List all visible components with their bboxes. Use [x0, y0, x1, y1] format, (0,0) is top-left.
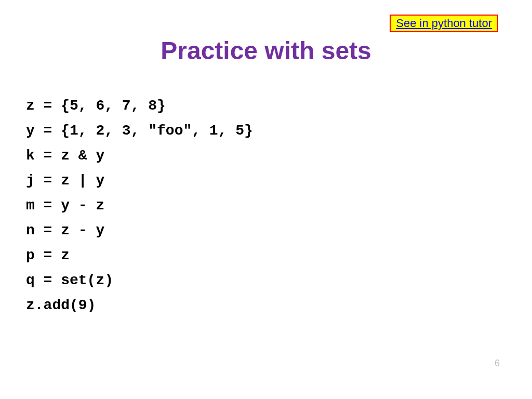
python-tutor-link[interactable]: See in python tutor	[396, 17, 492, 30]
page-title: Practice with sets	[0, 36, 532, 65]
code-line: z.add(9)	[26, 293, 253, 318]
python-tutor-link-box[interactable]: See in python tutor	[390, 15, 498, 32]
code-line: z = {5, 6, 7, 8}	[26, 94, 253, 118]
code-block: z = {5, 6, 7, 8} y = {1, 2, 3, "foo", 1,…	[26, 94, 253, 318]
code-line: j = z | y	[26, 168, 253, 193]
code-line: p = z	[26, 243, 253, 268]
code-line: n = z - y	[26, 218, 253, 243]
page-number: 6	[495, 358, 500, 369]
code-line: m = y - z	[26, 193, 253, 218]
code-line: k = z & y	[26, 143, 253, 168]
code-line: q = set(z)	[26, 268, 253, 293]
code-line: y = {1, 2, 3, "foo", 1, 5}	[26, 118, 253, 143]
